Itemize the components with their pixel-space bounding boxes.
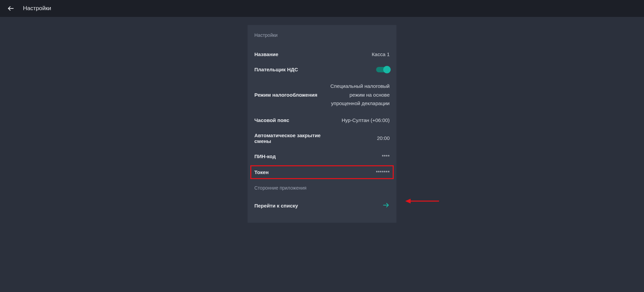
- row-auto-close[interactable]: Автоматическое закрытие смены 20:00: [254, 128, 390, 149]
- row-pin-value: ****: [282, 153, 390, 159]
- row-tax-mode-label: Режим налогообложения: [254, 92, 317, 98]
- row-name-label: Название: [254, 51, 278, 57]
- row-tax-mode-value: Специальный налоговый режим на основе уп…: [324, 82, 390, 108]
- row-auto-close-label: Автоматическое закрытие смены: [254, 132, 336, 144]
- back-button[interactable]: [6, 4, 16, 13]
- arrow-right-icon: [382, 201, 390, 210]
- row-vat: Плательщик НДС: [254, 62, 390, 77]
- row-name-value: Касса 1: [285, 51, 390, 57]
- arrow-left-icon: [7, 5, 15, 12]
- row-vat-label: Плательщик НДС: [254, 67, 298, 72]
- section-settings-label: Настройки: [254, 32, 390, 38]
- settings-card: Настройки Название Касса 1 Плательщик НД…: [248, 25, 396, 223]
- row-tax-mode[interactable]: Режим налогообложения Специальный налого…: [254, 77, 390, 113]
- main-area: Настройки Название Касса 1 Плательщик НД…: [54, 17, 590, 223]
- token-highlight: Токен *******: [250, 165, 394, 179]
- row-token-value: *******: [275, 169, 390, 175]
- row-timezone-label: Часовой пояс: [254, 117, 289, 123]
- app-header: Настройки: [0, 0, 644, 17]
- row-pin[interactable]: ПИН-код ****: [254, 149, 390, 164]
- row-token-label: Токен: [254, 169, 269, 175]
- row-timezone[interactable]: Часовой пояс Нур-Султан (+06:00): [254, 113, 390, 128]
- row-goto-list[interactable]: Перейти к списку: [254, 197, 390, 215]
- row-goto-list-label: Перейти к списку: [254, 203, 298, 209]
- row-pin-label: ПИН-код: [254, 153, 276, 159]
- row-timezone-value: Нур-Султан (+06:00): [296, 117, 390, 123]
- row-auto-close-value: 20:00: [342, 135, 390, 141]
- row-name[interactable]: Название Касса 1: [254, 47, 390, 62]
- page-title: Настройки: [23, 5, 51, 12]
- section-thirdparty-label: Сторонние приложения: [254, 185, 390, 191]
- row-token[interactable]: Токен *******: [254, 165, 390, 179]
- vat-toggle[interactable]: [376, 67, 390, 72]
